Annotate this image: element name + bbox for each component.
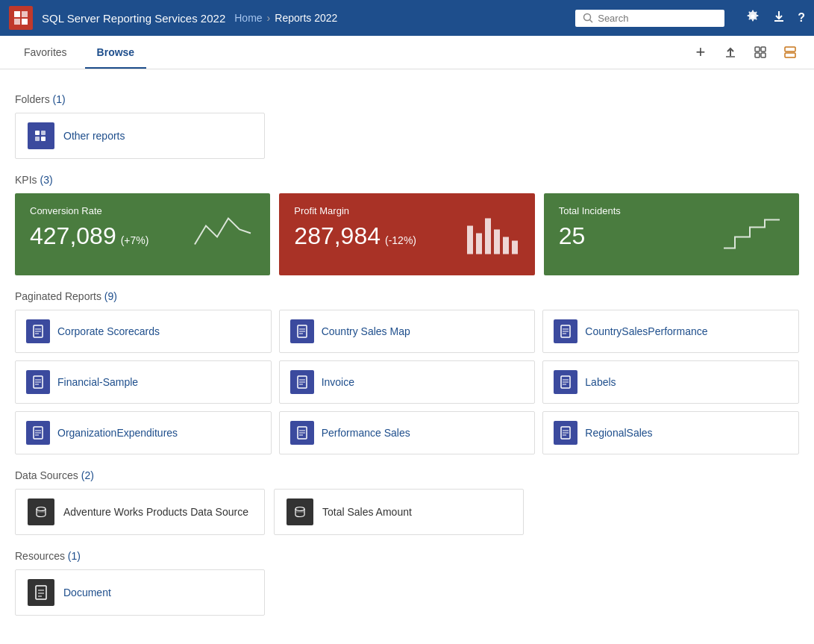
svg-rect-17 — [35, 137, 40, 141]
kpis-heading: KPIs (3) — [15, 174, 799, 186]
resource-icon — [28, 579, 54, 606]
report-name: Labels — [585, 376, 616, 388]
kpi-value: 25 — [559, 222, 586, 250]
breadcrumb-separator: › — [267, 12, 271, 24]
svg-rect-24 — [512, 241, 518, 254]
settings-icon[interactable] — [745, 9, 760, 28]
download-icon[interactable] — [772, 10, 786, 27]
report-icon — [26, 370, 50, 394]
main-content: Folders (1) Other reports KPIs (3) Conve… — [0, 69, 814, 628]
report-card-country-sales-map[interactable]: Country Sales Map — [279, 310, 536, 353]
kpis-grid: Conversion Rate 427,089 (+7%) Profit Mar… — [15, 193, 799, 275]
svg-rect-10 — [761, 47, 766, 51]
svg-rect-15 — [35, 131, 40, 135]
nav-tabs: Favorites Browse + — [0, 36, 814, 69]
resources-grid: Document — [15, 569, 799, 616]
folder-card-other-reports[interactable]: Other reports — [15, 113, 265, 159]
kpi-profit-margin[interactable]: Profit Margin 287,984 (-12%) — [279, 193, 534, 275]
svg-line-5 — [590, 20, 593, 23]
kpi-sparkline — [463, 211, 523, 258]
report-name: Country Sales Map — [322, 325, 410, 337]
report-card-country-sales-performance[interactable]: CountrySalesPerformance — [542, 310, 799, 353]
svg-rect-65 — [36, 586, 46, 599]
svg-rect-16 — [41, 131, 46, 135]
kpi-value: 287,984 — [294, 222, 381, 250]
svg-rect-9 — [755, 47, 760, 51]
tab-browse[interactable]: Browse — [85, 36, 147, 69]
datasource-name: Adventure Works Products Data Source — [63, 506, 248, 518]
resource-card-document[interactable]: Document — [15, 569, 265, 616]
resource-name: Document — [63, 587, 111, 598]
reports-grid: Corporate Scorecards Country Sales Map — [15, 310, 799, 454]
folders-heading: Folders (1) — [15, 93, 799, 105]
report-icon — [26, 319, 50, 343]
datasource-total-sales[interactable]: Total Sales Amount — [274, 489, 524, 535]
resources-heading: Resources (1) — [15, 550, 799, 562]
report-name: RegionalSales — [585, 427, 652, 439]
report-icon — [554, 421, 577, 445]
datasource-name: Total Sales Amount — [322, 506, 412, 518]
svg-rect-11 — [755, 53, 760, 57]
datasource-adventure-works[interactable]: Adventure Works Products Data Source — [15, 489, 265, 535]
detail-view-button[interactable] — [778, 40, 802, 64]
folder-icon — [28, 122, 54, 149]
new-button[interactable]: + — [689, 40, 713, 64]
search-icon — [583, 13, 593, 23]
search-box[interactable] — [575, 10, 724, 27]
kpi-change: (-12%) — [385, 234, 416, 246]
svg-rect-19 — [467, 226, 473, 254]
tile-view-button[interactable] — [748, 40, 772, 64]
svg-rect-21 — [485, 219, 491, 254]
svg-rect-20 — [476, 234, 482, 254]
kpi-sparkline — [191, 211, 258, 258]
report-name: Performance Sales — [322, 427, 410, 439]
breadcrumb-current: Reports 2022 — [275, 12, 337, 24]
report-icon — [26, 421, 50, 445]
svg-rect-3 — [22, 19, 28, 25]
report-card-labels[interactable]: Labels — [542, 360, 799, 404]
app-title: SQL Server Reporting Services 2022 — [42, 12, 225, 25]
help-icon[interactable]: ? — [798, 11, 805, 25]
report-card-organization-expenditures[interactable]: OrganizationExpenditures — [15, 411, 272, 454]
svg-rect-18 — [41, 137, 46, 141]
report-card-performance-sales[interactable]: Performance Sales — [279, 411, 536, 454]
datasources-grid: Adventure Works Products Data Source Tot… — [15, 489, 799, 535]
search-input[interactable] — [598, 13, 717, 24]
breadcrumb-home[interactable]: Home — [234, 12, 262, 24]
breadcrumb: Home › Reports 2022 — [234, 12, 337, 24]
datasource-icon — [28, 498, 54, 525]
upload-button[interactable] — [718, 40, 742, 64]
report-icon — [554, 319, 577, 343]
kpi-value: 427,089 — [30, 222, 116, 250]
app-header: SQL Server Reporting Services 2022 Home … — [0, 0, 814, 36]
svg-rect-22 — [494, 230, 500, 254]
datasources-heading: Data Sources (2) — [15, 469, 799, 481]
report-name: Corporate Scorecards — [57, 325, 160, 337]
report-card-financial-sample[interactable]: Financial-Sample — [15, 360, 272, 404]
svg-rect-12 — [761, 53, 766, 57]
report-name: CountrySalesPerformance — [585, 325, 707, 337]
datasource-icon — [287, 498, 313, 525]
report-name: Invoice — [322, 376, 354, 388]
folder-name: Other reports — [63, 130, 125, 142]
nav-actions: + — [689, 40, 802, 64]
report-icon — [290, 370, 314, 394]
svg-point-63 — [295, 507, 304, 511]
svg-rect-13 — [785, 47, 795, 51]
svg-rect-0 — [14, 11, 20, 17]
svg-rect-23 — [503, 237, 509, 254]
report-name: Financial-Sample — [57, 376, 138, 388]
report-card-corporate-scorecards[interactable]: Corporate Scorecards — [15, 310, 272, 353]
svg-rect-14 — [785, 53, 795, 57]
tab-favorites[interactable]: Favorites — [12, 36, 79, 69]
header-icons: ? — [745, 9, 805, 28]
reports-heading: Paginated Reports (9) — [15, 290, 799, 302]
report-icon — [554, 370, 577, 394]
report-card-regional-sales[interactable]: RegionalSales — [542, 411, 799, 454]
report-name: OrganizationExpenditures — [57, 427, 178, 439]
report-card-invoice[interactable]: Invoice — [279, 360, 536, 404]
report-icon — [290, 319, 314, 343]
kpi-conversion-rate[interactable]: Conversion Rate 427,089 (+7%) — [15, 193, 270, 275]
kpi-total-incidents[interactable]: Total Incidents 25 — [544, 193, 799, 275]
svg-point-61 — [37, 507, 46, 511]
